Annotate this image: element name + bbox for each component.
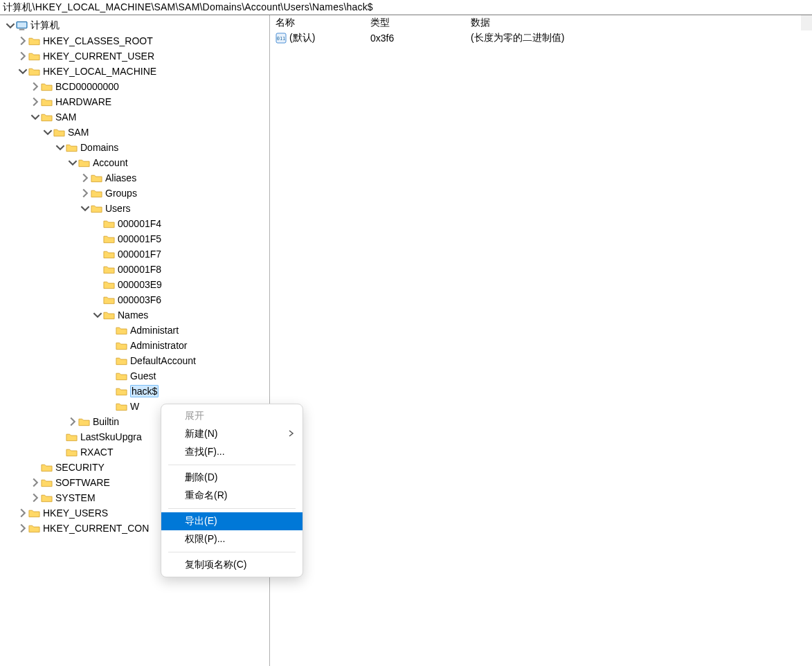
tree-item-000001f8[interactable]: 000001F8 bbox=[6, 262, 269, 277]
folder-icon bbox=[65, 447, 78, 458]
tree-label: SOFTWARE bbox=[55, 477, 110, 488]
folder-icon bbox=[115, 340, 127, 351]
menu-item-new[interactable]: 新建(N) bbox=[161, 425, 303, 443]
tree-item-bcd[interactable]: BCD00000000 bbox=[6, 79, 269, 94]
tree-label: Guest bbox=[130, 370, 156, 381]
folder-icon bbox=[102, 294, 115, 305]
tree-item-names[interactable]: Names bbox=[6, 307, 269, 323]
tree-item-guest[interactable]: Guest bbox=[6, 368, 269, 384]
folder-icon bbox=[78, 157, 90, 168]
value-type: 0x3f6 bbox=[370, 33, 471, 44]
svg-rect-2 bbox=[19, 29, 24, 30]
tree-item-administart[interactable]: Administart bbox=[6, 323, 269, 338]
tree-label: Users bbox=[105, 203, 131, 214]
column-header-type[interactable]: 类型 bbox=[370, 17, 471, 29]
tree-label: Builtin bbox=[93, 416, 119, 427]
chevron-down-icon[interactable] bbox=[80, 201, 90, 216]
menu-item-copy-key-name[interactable]: 复制项名称(C) bbox=[161, 556, 303, 574]
chevron-right-icon[interactable] bbox=[80, 186, 90, 201]
tree-label: W bbox=[130, 401, 139, 412]
tree-label: SAM bbox=[55, 111, 76, 123]
folder-icon bbox=[78, 416, 90, 427]
folder-icon bbox=[102, 279, 115, 290]
chevron-down-icon[interactable] bbox=[43, 125, 53, 140]
tree-item-sam[interactable]: SAM bbox=[6, 109, 269, 125]
folder-icon bbox=[40, 462, 53, 473]
tree-item-groups[interactable]: Groups bbox=[6, 186, 269, 201]
chevron-right-icon[interactable] bbox=[18, 33, 28, 48]
folder-icon bbox=[65, 431, 78, 442]
folder-icon bbox=[115, 386, 127, 397]
tree-label: HKEY_CURRENT_USER bbox=[43, 51, 154, 62]
folder-icon bbox=[28, 66, 40, 77]
folder-icon bbox=[90, 172, 102, 183]
scrollbar[interactable] bbox=[801, 15, 812, 30]
value-data: (长度为零的二进制值) bbox=[471, 32, 812, 44]
menu-item-rename[interactable]: 重命名(R) bbox=[161, 487, 303, 505]
folder-icon bbox=[115, 355, 127, 366]
tree-item-sam-inner[interactable]: SAM bbox=[6, 125, 269, 140]
tree-label: 000003E9 bbox=[118, 279, 162, 290]
address-bar[interactable]: 计算机\HKEY_LOCAL_MACHINE\SAM\SAM\Domains\A… bbox=[0, 0, 812, 15]
tree-label: HKEY_USERS bbox=[43, 507, 108, 519]
tree-label: Domains bbox=[80, 142, 118, 153]
chevron-right-icon[interactable] bbox=[68, 414, 78, 429]
tree-item-000001f5[interactable]: 000001F5 bbox=[6, 231, 269, 246]
chevron-right-icon[interactable] bbox=[30, 94, 40, 109]
column-header-data[interactable]: 数据 bbox=[471, 17, 812, 29]
chevron-down-icon[interactable] bbox=[68, 155, 78, 170]
chevron-right-icon[interactable] bbox=[30, 490, 40, 505]
folder-icon bbox=[40, 477, 53, 488]
menu-item-delete[interactable]: 删除(D) bbox=[161, 469, 303, 487]
tree-item-administrator[interactable]: Administrator bbox=[6, 338, 269, 353]
tree-label: Account bbox=[93, 157, 128, 168]
detail-pane[interactable]: 名称 类型 数据 011 (默认) 0x3f6 (长度为零的二进制值) bbox=[270, 15, 812, 666]
tree-item-domains[interactable]: Domains bbox=[6, 140, 269, 155]
tree-item-000003f6[interactable]: 000003F6 bbox=[6, 292, 269, 307]
chevron-right-icon[interactable] bbox=[30, 79, 40, 94]
chevron-down-icon[interactable] bbox=[18, 64, 28, 79]
tree-item-000001f4[interactable]: 000001F4 bbox=[6, 216, 269, 231]
table-row[interactable]: 011 (默认) 0x3f6 (长度为零的二进制值) bbox=[270, 30, 812, 46]
tree-item-users[interactable]: Users bbox=[6, 201, 269, 216]
folder-icon bbox=[40, 81, 53, 92]
chevron-right-icon[interactable] bbox=[18, 521, 28, 536]
folder-icon bbox=[102, 249, 115, 260]
tree-item-hardware[interactable]: HARDWARE bbox=[6, 94, 269, 109]
chevron-right-icon[interactable] bbox=[80, 170, 90, 186]
tree-item-hack[interactable]: hack$ bbox=[6, 384, 269, 399]
tree-item-account[interactable]: Account bbox=[6, 155, 269, 170]
menu-item-permissions[interactable]: 权限(P)... bbox=[161, 530, 303, 548]
tree-root[interactable]: 计算机 bbox=[6, 18, 269, 33]
folder-icon bbox=[115, 401, 127, 412]
chevron-right-icon[interactable] bbox=[30, 475, 40, 490]
chevron-down-icon[interactable] bbox=[55, 140, 65, 155]
menu-item-find[interactable]: 查找(F)... bbox=[161, 443, 303, 461]
tree-item-defaultaccount[interactable]: DefaultAccount bbox=[6, 353, 269, 368]
tree-item-hkcr[interactable]: HKEY_CLASSES_ROOT bbox=[6, 33, 269, 48]
binary-value-icon: 011 bbox=[276, 33, 287, 44]
tree-item-hklm[interactable]: HKEY_LOCAL_MACHINE bbox=[6, 64, 269, 79]
computer-icon bbox=[15, 20, 28, 31]
tree-item-000001f7[interactable]: 000001F7 bbox=[6, 246, 269, 262]
column-header-name[interactable]: 名称 bbox=[270, 17, 370, 29]
folder-icon bbox=[102, 309, 115, 321]
chevron-down-icon[interactable] bbox=[6, 18, 15, 33]
tree-item-000003e9[interactable]: 000003E9 bbox=[6, 277, 269, 292]
folder-icon bbox=[115, 325, 127, 336]
tree-label-selected: hack$ bbox=[130, 385, 159, 397]
menu-item-export[interactable]: 导出(E) bbox=[161, 512, 303, 530]
tree-label: Administrator bbox=[130, 340, 187, 351]
tree-label: LastSkuUpgra bbox=[80, 431, 142, 442]
svg-text:011: 011 bbox=[277, 36, 286, 42]
folder-icon bbox=[28, 51, 40, 62]
menu-separator bbox=[168, 465, 296, 465]
chevron-down-icon[interactable] bbox=[93, 307, 102, 323]
chevron-right-icon[interactable] bbox=[18, 48, 28, 64]
chevron-right-icon[interactable] bbox=[18, 505, 28, 521]
chevron-down-icon[interactable] bbox=[30, 109, 40, 125]
folder-icon bbox=[28, 507, 40, 519]
tree-item-hkcu[interactable]: HKEY_CURRENT_USER bbox=[6, 48, 269, 64]
tree-label: HKEY_CURRENT_CON bbox=[43, 523, 149, 534]
tree-item-aliases[interactable]: Aliases bbox=[6, 170, 269, 186]
